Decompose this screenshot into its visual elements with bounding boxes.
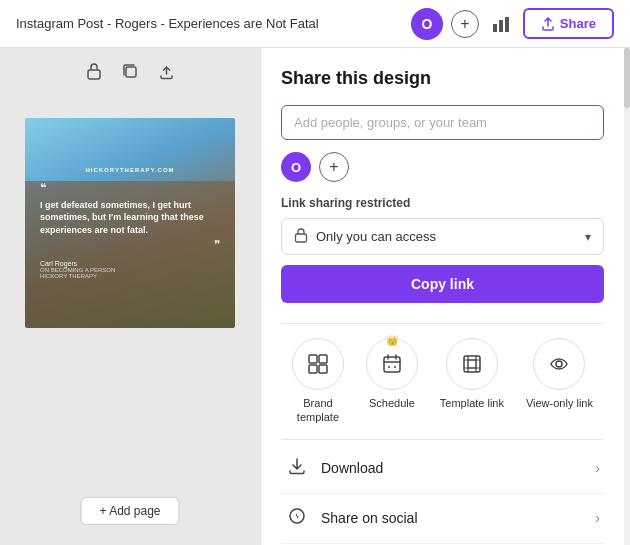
share-social-icon bbox=[285, 507, 309, 530]
download-icon bbox=[285, 457, 309, 480]
divider-2 bbox=[281, 439, 604, 440]
scrollbar-track bbox=[624, 48, 630, 545]
add-collaborator-button[interactable]: + bbox=[451, 10, 479, 38]
template-link-label: Template link bbox=[440, 396, 504, 410]
svg-rect-13 bbox=[464, 356, 480, 372]
people-row: O + bbox=[281, 152, 604, 182]
design-preview: HICKORYTHERAPY.COM ❝ I get defeated some… bbox=[25, 118, 235, 328]
template-link-icon bbox=[446, 338, 498, 390]
view-only-link-icon bbox=[533, 338, 585, 390]
add-page-button[interactable]: + Add page bbox=[80, 497, 179, 525]
people-input[interactable] bbox=[281, 105, 604, 140]
chevron-down-icon: ▾ bbox=[585, 230, 591, 244]
design-author: Carl Rogers bbox=[40, 260, 220, 267]
share-button[interactable]: Share bbox=[523, 8, 614, 39]
lock-icon[interactable] bbox=[81, 58, 107, 84]
svg-rect-2 bbox=[505, 17, 509, 32]
svg-point-11 bbox=[388, 366, 390, 368]
share-social-chevron-icon: › bbox=[595, 510, 600, 526]
scrollbar-thumb[interactable] bbox=[624, 48, 630, 108]
svg-rect-1 bbox=[499, 20, 503, 32]
brand-template-icon bbox=[292, 338, 344, 390]
upload-icon[interactable] bbox=[153, 58, 179, 84]
action-icons-row: Brandtemplate 👑 Schedule bbox=[281, 338, 604, 425]
design-text-overlay: HICKORYTHERAPY.COM ❝ I get defeated some… bbox=[25, 118, 235, 328]
analytics-icon[interactable] bbox=[487, 10, 515, 38]
svg-point-12 bbox=[394, 366, 396, 368]
schedule-action[interactable]: 👑 Schedule bbox=[366, 338, 418, 425]
svg-rect-4 bbox=[126, 67, 136, 77]
share-panel: Share this design O + Link sharing restr… bbox=[260, 48, 630, 545]
brand-template-label: Brandtemplate bbox=[297, 396, 339, 425]
share-panel-content: Share this design O + Link sharing restr… bbox=[261, 48, 624, 545]
access-option-text: Only you can access bbox=[316, 229, 577, 244]
topbar: Instagram Post - Rogers - Experiences ar… bbox=[0, 0, 630, 48]
share-panel-title: Share this design bbox=[281, 68, 604, 89]
download-chevron-icon: › bbox=[595, 460, 600, 476]
design-quote: I get defeated sometimes, I get hurt som… bbox=[40, 199, 220, 237]
svg-rect-3 bbox=[88, 70, 100, 79]
svg-rect-14 bbox=[468, 360, 476, 368]
user-avatar[interactable]: O bbox=[411, 8, 443, 40]
topbar-actions: O + Share bbox=[411, 8, 614, 40]
design-image: HICKORYTHERAPY.COM ❝ I get defeated some… bbox=[25, 118, 235, 328]
brand-template-action[interactable]: Brandtemplate bbox=[292, 338, 344, 425]
design-website: HICKORYTHERAPY.COM bbox=[40, 167, 220, 173]
divider-1 bbox=[281, 323, 604, 324]
download-label: Download bbox=[321, 460, 583, 476]
lock-icon bbox=[294, 227, 308, 246]
crown-badge: 👑 bbox=[386, 335, 398, 346]
copy-link-button[interactable]: Copy link bbox=[281, 265, 604, 303]
download-action[interactable]: Download › bbox=[281, 444, 604, 494]
svg-rect-6 bbox=[309, 355, 317, 363]
schedule-label: Schedule bbox=[369, 396, 415, 410]
duplicate-icon[interactable] bbox=[117, 58, 143, 84]
svg-rect-9 bbox=[319, 365, 327, 373]
share-button-label: Share bbox=[560, 16, 596, 31]
schedule-icon: 👑 bbox=[366, 338, 418, 390]
add-people-button[interactable]: + bbox=[319, 152, 349, 182]
canvas-area: HICKORYTHERAPY.COM ❝ I get defeated some… bbox=[0, 48, 260, 545]
svg-rect-7 bbox=[319, 355, 327, 363]
link-sharing-label: Link sharing restricted bbox=[281, 196, 604, 210]
design-logo: HICKORY THERAPY bbox=[40, 273, 220, 279]
view-only-link-label: View-only link bbox=[526, 396, 593, 410]
document-title: Instagram Post - Rogers - Experiences ar… bbox=[16, 16, 319, 31]
main-area: HICKORYTHERAPY.COM ❝ I get defeated some… bbox=[0, 48, 630, 545]
view-only-link-action[interactable]: View-only link bbox=[526, 338, 593, 425]
canvas-toolbar bbox=[81, 58, 179, 84]
svg-rect-5 bbox=[296, 234, 307, 242]
svg-rect-0 bbox=[493, 24, 497, 32]
template-link-action[interactable]: Template link bbox=[440, 338, 504, 425]
access-dropdown[interactable]: Only you can access ▾ bbox=[281, 218, 604, 255]
share-social-label: Share on social bbox=[321, 510, 583, 526]
svg-rect-10 bbox=[384, 357, 400, 372]
owner-avatar: O bbox=[281, 152, 311, 182]
share-social-action[interactable]: Share on social › bbox=[281, 494, 604, 544]
svg-rect-8 bbox=[309, 365, 317, 373]
